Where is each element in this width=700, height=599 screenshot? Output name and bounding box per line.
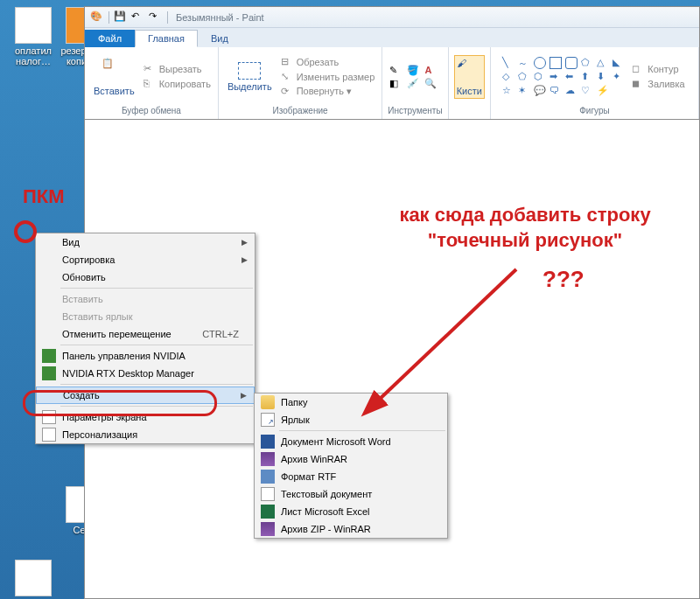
fill-icon: ◼ (632, 78, 644, 90)
eraser-icon[interactable]: ◧ (389, 78, 405, 89)
fill-icon[interactable]: 🪣 (407, 65, 423, 76)
link-icon (261, 413, 275, 427)
annotation-pkm: ПКМ (23, 185, 65, 208)
undo-icon[interactable]: ↶ (131, 10, 145, 24)
brushes-button[interactable]: 🖌Кисти (454, 55, 485, 99)
crop-icon: ⊟ (281, 56, 293, 68)
bolt-shape[interactable]: ⚡ (597, 85, 609, 97)
menu-item[interactable]: Архив WinRAR (255, 450, 447, 468)
zoom-icon[interactable]: 🔍 (424, 78, 440, 89)
paint-window: 🎨 💾 ↶ ↷ Безымянный - Paint Файл Главная … (84, 6, 700, 120)
diamond-shape[interactable]: ◇ (502, 71, 514, 83)
scissors-icon: ✂ (144, 63, 156, 75)
shapes-gallery[interactable]: ╲ ～ ⬠ △ ◣ ◇ ⬠ ⬡ ➡ ⬅ ⬆ ⬇ ✦ ☆ (502, 57, 626, 97)
tab-file[interactable]: Файл (85, 30, 135, 47)
cut-button[interactable]: ✂Вырезать (142, 62, 213, 76)
hexagon-shape[interactable]: ⬡ (534, 71, 546, 83)
polygon-shape[interactable]: ⬠ (581, 57, 593, 69)
arrow-l-shape[interactable]: ⬅ (565, 71, 578, 83)
menu-item-label: Обновить (62, 272, 106, 282)
nvidia-icon (42, 349, 56, 363)
rect-shape[interactable] (550, 57, 562, 69)
menu-item[interactable]: Персонализация (36, 426, 255, 443)
group-brushes: 🖌Кисти (449, 47, 491, 119)
paste-button[interactable]: 📋Вставить (90, 56, 138, 98)
menu-item[interactable]: Панель управления NVIDIA (36, 347, 255, 365)
desktop-icon[interactable]: Госу… (4, 560, 63, 599)
pencil-icon[interactable]: ✎ (389, 65, 405, 76)
submenu-arrow-icon: ▶ (242, 238, 248, 247)
heart-shape[interactable]: ♡ (581, 85, 593, 97)
outline-icon: ◻ (632, 63, 644, 75)
annotation-oval (23, 390, 217, 416)
menu-item-label: Архив WinRAR (281, 454, 347, 464)
menu-item[interactable]: Архив ZIP - WinRAR (255, 520, 447, 538)
outline-button[interactable]: ◻Контур (630, 62, 686, 76)
menu-item[interactable]: Текстовый документ (255, 485, 447, 503)
menu-item[interactable]: Вставить ярлык (36, 308, 255, 325)
tab-view[interactable]: Вид (198, 30, 242, 47)
star6-shape[interactable]: ✶ (518, 85, 530, 97)
star4-shape[interactable]: ✦ (612, 71, 625, 83)
brush-icon: 🖌 (457, 58, 481, 84)
star5-shape[interactable]: ☆ (502, 85, 514, 97)
arrow-r-shape[interactable]: ➡ (550, 71, 562, 83)
picker-icon[interactable]: 💉 (407, 78, 423, 89)
rotate-icon: ⟳ (281, 86, 293, 98)
menu-item[interactable]: Сортировка▶ (36, 251, 255, 268)
menu-item[interactable]: Документ Microsoft Word (255, 433, 447, 450)
callout2-shape[interactable]: 🗨 (550, 85, 562, 97)
menu-item[interactable]: Обновить (36, 268, 255, 286)
copy-icon: ⎘ (144, 78, 156, 90)
tab-home[interactable]: Главная (135, 30, 198, 47)
menu-item-label: Лист Microsoft Excel (281, 506, 370, 517)
redo-icon[interactable]: ↷ (149, 10, 163, 24)
menu-item-label: Вставить (62, 294, 103, 304)
menu-item[interactable]: Папку (255, 394, 447, 411)
roundrect-shape[interactable] (565, 57, 578, 69)
rotate-button[interactable]: ⟳Повернуть ▾ (279, 85, 377, 99)
menu-item[interactable]: Формат RTF (255, 468, 447, 485)
menu-item[interactable]: Лист Microsoft Excel (255, 503, 447, 520)
select-icon (238, 62, 261, 80)
select-button[interactable]: Выделить (224, 60, 276, 94)
menu-item-label: Архив ZIP - WinRAR (281, 524, 371, 534)
menu-item-label: Формат RTF (281, 471, 336, 482)
folder-icon (261, 395, 275, 409)
save-icon[interactable]: 💾 (114, 10, 128, 24)
rtriangle-shape[interactable]: ◣ (612, 57, 625, 69)
arrow-u-shape[interactable]: ⬆ (581, 71, 593, 83)
submenu-arrow-icon: ▶ (242, 255, 248, 264)
menu-item-label: Персонализация (62, 429, 137, 440)
resize-button[interactable]: ⤡Изменить размер (279, 70, 377, 84)
menu-item-label: Отменить перемещение (62, 329, 172, 339)
menu-item[interactable]: Отменить перемещениеCTRL+Z (36, 325, 255, 343)
menu-item[interactable]: Вставить (36, 290, 255, 308)
group-tools: ✎ 🪣 A ◧ 💉 🔍 Инструменты (382, 47, 448, 119)
word-icon (261, 435, 275, 449)
fill-button[interactable]: ◼Заливка (630, 77, 686, 91)
oval-shape[interactable] (534, 57, 546, 69)
crop-button[interactable]: ⊟Обрезать (279, 55, 377, 69)
rar-icon (261, 522, 275, 536)
callout-shape[interactable]: 💬 (534, 85, 546, 97)
text-icon[interactable]: A (424, 65, 440, 76)
pentagon-shape[interactable]: ⬠ (518, 71, 530, 83)
arrow-d-shape[interactable]: ⬇ (597, 71, 609, 83)
copy-button[interactable]: ⎘Копировать (142, 77, 213, 91)
group-clipboard: 📋Вставить ✂Вырезать ⎘Копировать Буфер об… (85, 47, 219, 119)
menu-item[interactable]: Ярлык (255, 411, 447, 428)
curve-shape[interactable]: ～ (518, 57, 530, 69)
paint-app-icon: 🎨 (90, 10, 104, 24)
menu-item-label: Текстовый документ (281, 489, 372, 499)
cloud-shape[interactable]: ☁ (565, 85, 578, 97)
excel-icon (261, 505, 275, 519)
window-title: Безымянный - Paint (176, 12, 264, 23)
menu-item[interactable]: Вид▶ (36, 233, 255, 251)
line-shape[interactable]: ╲ (502, 57, 514, 69)
triangle-shape[interactable]: △ (597, 57, 609, 69)
menu-item-label: Папку (281, 397, 307, 407)
menu-item[interactable]: NVIDIA RTX Desktop Manager (36, 365, 255, 382)
ribbon-tabs: Файл Главная Вид (85, 28, 699, 47)
annotation-qmarks: ??? (542, 266, 584, 293)
